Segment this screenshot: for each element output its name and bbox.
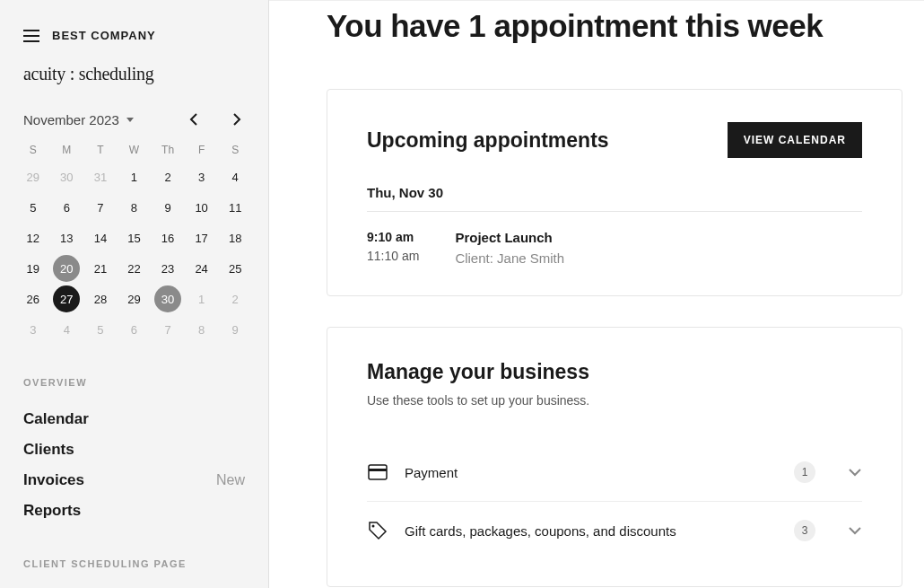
nav-section-title: OVERVIEW — [23, 377, 245, 388]
calendar-day[interactable]: 7 — [151, 314, 185, 345]
manage-row-tag[interactable]: Gift cards, packages, coupons, and disco… — [367, 502, 862, 559]
dow-label: T — [83, 138, 118, 162]
count-badge: 1 — [794, 461, 815, 483]
calendar-day[interactable]: 8 — [185, 314, 219, 345]
sidebar-item-clients[interactable]: Clients — [23, 434, 245, 465]
calendar-day[interactable]: 19 — [16, 253, 50, 284]
calendar-day[interactable]: 18 — [218, 223, 252, 253]
calendar-header: November 2023 — [0, 111, 268, 138]
month-selector[interactable]: November 2023 — [23, 112, 134, 127]
calendar-day[interactable]: 22 — [118, 253, 152, 284]
calendar-day[interactable]: 1 — [185, 284, 219, 314]
calendar-day[interactable]: 30 — [151, 284, 185, 314]
calendar-day[interactable]: 3 — [185, 162, 219, 192]
dow-label: F — [185, 138, 219, 162]
calendar-day[interactable]: 2 — [151, 162, 185, 192]
sidebar-header: BEST COMPANY — [0, 0, 268, 64]
calendar-grid: SMTWThFS 2930311234567891011121314151617… — [0, 138, 268, 345]
calendar-day[interactable]: 29 — [16, 162, 50, 192]
nav-client-scheduling-section: CLIENT SCHEDULING PAGE — [0, 526, 268, 569]
calendar-day[interactable]: 15 — [118, 223, 152, 253]
calendar-day[interactable]: 16 — [151, 223, 185, 253]
sidebar-item-label: Calendar — [23, 410, 89, 428]
nav-section-title: CLIENT SCHEDULING PAGE — [23, 558, 245, 569]
calendar-day[interactable]: 5 — [16, 192, 50, 223]
manage-row-label: Payment — [405, 465, 778, 480]
view-calendar-button[interactable]: VIEW CALENDAR — [728, 122, 862, 158]
sidebar-item-label: Reports — [23, 502, 81, 520]
calendar-day[interactable]: 17 — [185, 223, 219, 253]
manage-business-panel: Manage your business Use these tools to … — [327, 327, 902, 587]
calendar-day[interactable]: 13 — [50, 223, 84, 253]
card-icon — [367, 461, 388, 483]
sidebar-item-label: Clients — [23, 441, 74, 459]
calendar-day[interactable]: 1 — [118, 162, 152, 192]
upcoming-appointments-panel: Upcoming appointments VIEW CALENDAR Thu,… — [327, 89, 902, 296]
calendar-day[interactable]: 9 — [218, 314, 252, 345]
calendar-day[interactable]: 4 — [50, 314, 84, 345]
caret-down-icon — [126, 118, 134, 122]
calendar-day[interactable]: 14 — [83, 223, 118, 253]
calendar-day[interactable]: 8 — [118, 192, 152, 223]
panel-subtitle: Use these tools to set up your business. — [367, 393, 862, 408]
calendar-day[interactable]: 28 — [83, 284, 118, 314]
appointment-client: Client: Jane Smith — [455, 249, 564, 269]
chevron-down-icon — [848, 464, 862, 480]
calendar-day[interactable]: 3 — [16, 314, 50, 345]
sidebar-item-reports[interactable]: Reports — [23, 496, 245, 526]
appointment-end-time: 11:10 am — [367, 247, 419, 266]
calendar-day[interactable]: 23 — [151, 253, 185, 284]
calendar-day[interactable]: 6 — [50, 192, 84, 223]
next-month-button[interactable] — [229, 111, 245, 127]
tag-icon — [367, 520, 388, 541]
calendar-day[interactable]: 5 — [83, 314, 118, 345]
svg-rect-0 — [369, 465, 387, 479]
month-label: November 2023 — [23, 112, 119, 127]
calendar-day[interactable]: 6 — [118, 314, 152, 345]
calendar-day[interactable]: 7 — [83, 192, 118, 223]
dow-label: M — [50, 138, 84, 162]
manage-row-card[interactable]: Payment1 — [367, 443, 862, 502]
page-title: You have 1 appointment this week — [327, 8, 902, 44]
calendar-day[interactable]: 29 — [118, 284, 152, 314]
calendar-day[interactable]: 9 — [151, 192, 185, 223]
appointment-row[interactable]: 9:10 am 11:10 am Project Launch Client: … — [367, 228, 862, 268]
calendar-day[interactable]: 24 — [185, 253, 219, 284]
nav-overview-section: OVERVIEW CalendarClientsInvoicesNewRepor… — [0, 345, 268, 526]
manage-row-label: Gift cards, packages, coupons, and disco… — [405, 523, 778, 539]
calendar-day[interactable]: 31 — [83, 162, 118, 192]
calendar-day[interactable]: 26 — [16, 284, 50, 314]
calendar-day[interactable]: 25 — [218, 253, 252, 284]
svg-point-2 — [372, 525, 375, 528]
menu-icon[interactable] — [23, 30, 39, 42]
calendar-day[interactable]: 30 — [50, 162, 84, 192]
appointment-title: Project Launch — [455, 228, 564, 249]
calendar-day[interactable]: 20 — [50, 253, 84, 284]
calendar-day[interactable]: 27 — [50, 284, 84, 314]
main-content: You have 1 appointment this week Upcomin… — [269, 0, 924, 588]
sidebar-item-invoices[interactable]: InvoicesNew — [23, 465, 245, 496]
sidebar-item-label: Invoices — [23, 471, 84, 489]
dow-label: W — [118, 138, 152, 162]
sidebar: BEST COMPANY acuity : scheduling Novembe… — [0, 0, 269, 588]
calendar-day[interactable]: 2 — [218, 284, 252, 314]
company-name: BEST COMPANY — [52, 29, 156, 42]
product-logo: acuity : scheduling — [0, 64, 268, 111]
appointment-date: Thu, Nov 30 — [367, 185, 862, 212]
chevron-down-icon — [848, 522, 862, 539]
dow-label: Th — [151, 138, 185, 162]
new-badge: New — [216, 472, 245, 488]
sidebar-item-calendar[interactable]: Calendar — [23, 404, 245, 434]
prev-month-button[interactable] — [186, 111, 202, 127]
panel-title: Upcoming appointments — [367, 128, 609, 153]
dow-label: S — [16, 138, 50, 162]
calendar-day[interactable]: 21 — [83, 253, 118, 284]
svg-rect-1 — [369, 469, 387, 471]
dow-label: S — [218, 138, 252, 162]
calendar-day[interactable]: 12 — [16, 223, 50, 253]
calendar-day[interactable]: 10 — [185, 192, 219, 223]
calendar-day[interactable]: 4 — [218, 162, 252, 192]
appointment-start-time: 9:10 am — [367, 228, 419, 247]
calendar-day[interactable]: 11 — [218, 192, 252, 223]
panel-title: Manage your business — [367, 360, 862, 384]
